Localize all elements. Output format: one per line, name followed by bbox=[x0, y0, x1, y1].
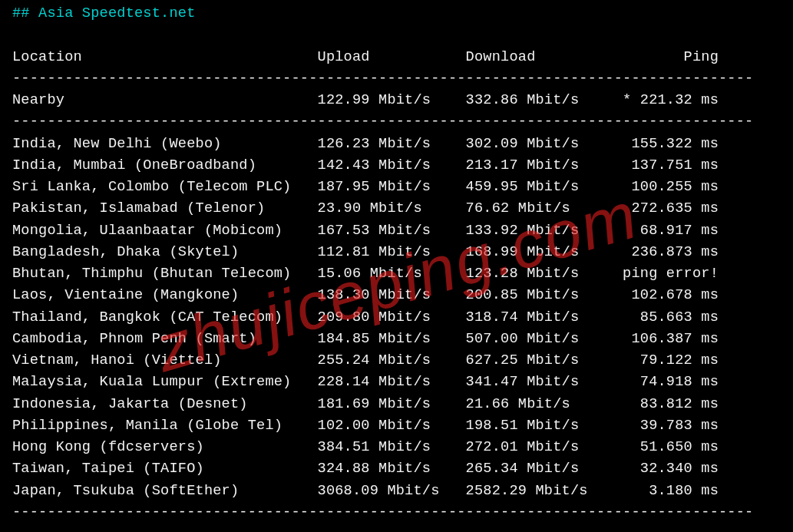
speedtest-table: Location Upload Download Ping ----------… bbox=[12, 49, 753, 520]
terminal-output: ## Asia Speedtest.net Location Upload Do… bbox=[0, 0, 793, 530]
section-title: ## Asia Speedtest.net bbox=[12, 5, 196, 21]
